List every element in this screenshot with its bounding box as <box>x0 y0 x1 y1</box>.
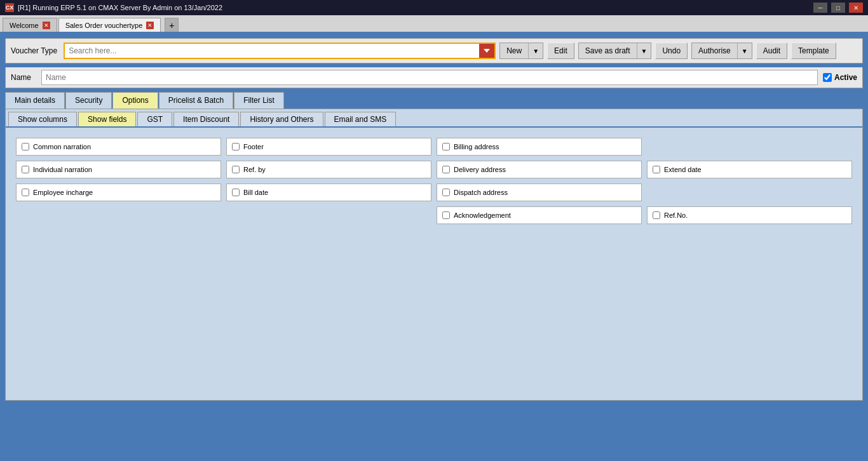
tab-welcome-close[interactable]: ✕ <box>43 22 50 29</box>
bill-date-label[interactable]: Bill date <box>243 189 268 196</box>
individual-narration-checkbox[interactable] <box>22 166 29 173</box>
arrow-down-icon <box>484 49 490 53</box>
save-as-draft-button[interactable]: Save as draft <box>578 43 637 59</box>
field-acknowledgement: Acknowledgement <box>437 206 642 224</box>
search-dropdown-button[interactable] <box>479 44 494 58</box>
ref-by-checkbox[interactable] <box>232 166 240 173</box>
billing-address-checkbox[interactable] <box>442 143 450 150</box>
app-icon: CX <box>5 3 14 12</box>
tab-pricelist-batch[interactable]: Pricelist & Batch <box>159 92 233 109</box>
subtab-item-discount[interactable]: Item Discount <box>173 112 239 126</box>
title-bar-text: [R1] Running ERP 5.1 on CMAX Server By A… <box>18 4 222 11</box>
authorise-button-group: Authorise ▼ <box>691 43 752 59</box>
field-delivery-address: Delivery address <box>437 161 642 178</box>
tab-main-details[interactable]: Main details <box>5 92 65 109</box>
footer-label[interactable]: Footer <box>243 143 264 150</box>
dispatch-address-checkbox[interactable] <box>442 189 450 196</box>
delivery-address-checkbox[interactable] <box>442 166 450 173</box>
tab-sales-order-label: Sales Order vouchertype <box>65 22 143 29</box>
active-container: Active <box>823 73 857 82</box>
acknowledgement-checkbox[interactable] <box>442 211 450 219</box>
close-button[interactable]: ✕ <box>849 3 863 13</box>
maximize-button[interactable]: □ <box>831 3 845 13</box>
active-checkbox[interactable] <box>823 73 832 82</box>
tab-security[interactable]: Security <box>65 92 112 109</box>
billing-address-label[interactable]: Billing address <box>454 143 499 150</box>
name-row: Name Active <box>5 67 863 88</box>
tab-options[interactable]: Options <box>112 92 158 109</box>
field-common-narration: Common narration <box>16 138 221 156</box>
authorise-button[interactable]: Authorise <box>691 43 737 59</box>
acknowledgement-label[interactable]: Acknowledgement <box>454 211 511 219</box>
subtab-show-fields[interactable]: Show fields <box>78 112 136 126</box>
employee-incharge-checkbox[interactable] <box>22 189 29 196</box>
sub-tabs: Show columns Show fields GST Item Discou… <box>6 109 862 128</box>
ref-no-checkbox[interactable] <box>653 211 660 219</box>
tab-sales-order[interactable]: Sales Order vouchertype ✕ <box>58 18 161 32</box>
tab-welcome[interactable]: Welcome ✕ <box>3 18 57 32</box>
tab-filter-list[interactable]: Filter List <box>234 92 284 109</box>
individual-narration-label[interactable]: Individual narration <box>33 166 92 173</box>
main-tabs: Main details Security Options Pricelist … <box>5 92 863 109</box>
voucher-type-search <box>64 43 496 59</box>
field-ref-no: Ref.No. <box>647 206 852 224</box>
subtab-history-others[interactable]: History and Others <box>240 112 323 126</box>
field-employee-incharge: Employee incharge <box>16 184 221 201</box>
title-bar: CX [R1] Running ERP 5.1 on CMAX Server B… <box>0 0 868 15</box>
field-bill-date: Bill date <box>226 184 431 201</box>
bill-date-checkbox[interactable] <box>232 189 240 196</box>
new-button-group: New ▼ <box>499 43 543 59</box>
common-narration-checkbox[interactable] <box>22 143 29 150</box>
field-ref-by: Ref. by <box>226 161 431 178</box>
subtab-email-sms[interactable]: Email and SMS <box>325 112 397 126</box>
ref-no-label[interactable]: Ref.No. <box>664 211 688 219</box>
name-label: Name <box>11 73 36 82</box>
common-narration-label[interactable]: Common narration <box>33 143 91 150</box>
new-button[interactable]: New <box>499 43 528 59</box>
undo-button[interactable]: Undo <box>655 43 688 59</box>
extend-date-label[interactable]: Extend date <box>664 166 702 173</box>
main-container: Voucher Type New ▼ Edit Save as draft ▼ … <box>0 33 868 406</box>
ref-by-label[interactable]: Ref. by <box>243 166 266 173</box>
content-area: Show columns Show fields GST Item Discou… <box>5 109 863 401</box>
active-label: Active <box>834 73 857 82</box>
employee-incharge-label[interactable]: Employee incharge <box>33 189 93 196</box>
subtab-show-columns[interactable]: Show columns <box>8 112 77 126</box>
tab-sales-order-close[interactable]: ✕ <box>146 22 154 29</box>
audit-button[interactable]: Audit <box>756 43 787 59</box>
subtab-gst[interactable]: GST <box>137 112 172 126</box>
footer-checkbox[interactable] <box>232 143 240 150</box>
template-button[interactable]: Template <box>791 43 836 59</box>
voucher-type-label: Voucher Type <box>11 46 57 55</box>
authorise-dropdown-button[interactable]: ▼ <box>737 43 752 59</box>
save-draft-dropdown-button[interactable]: ▼ <box>637 43 652 59</box>
field-individual-narration: Individual narration <box>16 161 221 178</box>
field-billing-address: Billing address <box>437 138 642 156</box>
delivery-address-label[interactable]: Delivery address <box>454 166 506 173</box>
tab-welcome-label: Welcome <box>10 22 39 29</box>
window-controls: ─ □ ✕ <box>813 3 863 13</box>
dispatch-address-label[interactable]: Dispatch address <box>454 189 508 196</box>
tab-bar: Welcome ✕ Sales Order vouchertype ✕ + <box>0 15 868 33</box>
field-dispatch-address: Dispatch address <box>437 184 642 201</box>
field-extend-date: Extend date <box>647 161 852 178</box>
tab-add-button[interactable]: + <box>165 18 179 32</box>
fields-area: Common narration Footer Billing address … <box>6 128 862 234</box>
search-input[interactable] <box>65 44 479 58</box>
extend-date-checkbox[interactable] <box>653 166 660 173</box>
name-input[interactable] <box>41 70 818 85</box>
toolbar: Voucher Type New ▼ Edit Save as draft ▼ … <box>5 38 863 63</box>
minimize-button[interactable]: ─ <box>813 3 827 13</box>
new-dropdown-button[interactable]: ▼ <box>528 43 543 59</box>
edit-button[interactable]: Edit <box>547 43 574 59</box>
field-footer: Footer <box>226 138 431 156</box>
save-draft-button-group: Save as draft ▼ <box>578 43 652 59</box>
